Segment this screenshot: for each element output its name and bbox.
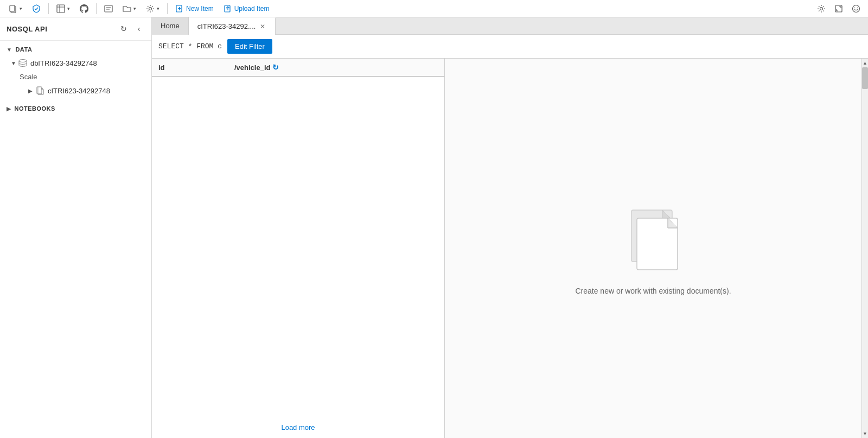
db-icon — [18, 59, 27, 67]
toolbar: ▾ ▾ ▾ — [0, 0, 868, 17]
db-label: dbITRI623-34292748 — [30, 59, 97, 67]
new-item-label: New Item — [186, 5, 214, 12]
data-section: ▼ DATA ▼ dbITRI623-34292748 Scale — [0, 41, 151, 100]
separator-3 — [167, 3, 168, 14]
smiley-icon-btn[interactable] — [848, 1, 864, 16]
github-btn[interactable] — [75, 1, 93, 16]
svg-rect-5 — [105, 5, 112, 12]
container-tab[interactable]: cITRI623-34292.... ✕ — [189, 17, 276, 35]
svg-rect-1 — [10, 5, 15, 11]
table-btn[interactable]: ▾ — [52, 1, 74, 16]
edit-filter-button[interactable]: Edit Filter — [227, 39, 272, 54]
svg-point-8 — [149, 7, 152, 10]
collapse-sidebar-btn[interactable]: ‹ — [133, 23, 145, 35]
svg-point-19 — [19, 60, 27, 62]
tabs-bar: Home cITRI623-34292.... ✕ — [152, 17, 868, 35]
sidebar: NOSQL API ↻ ‹ ▼ DATA ▼ — [0, 17, 152, 438]
sidebar-header-icons: ↻ ‹ — [118, 23, 145, 35]
svg-point-14 — [820, 7, 823, 10]
data-section-header[interactable]: ▼ DATA — [0, 43, 151, 56]
shield-btn[interactable] — [28, 1, 45, 16]
home-tab-label: Home — [161, 22, 180, 30]
scrollbar-down[interactable]: ▼ — [862, 429, 868, 438]
svg-rect-2 — [57, 5, 65, 12]
id-column-header: id — [158, 63, 234, 72]
query-text: SELECT * FROM c — [158, 42, 222, 50]
notebooks-section: ▶ NOTEBOOKS — [0, 100, 151, 117]
upload-item-button[interactable]: Upload Item — [219, 1, 274, 16]
query-area: SELECT * FROM c Edit Filter — [152, 35, 868, 59]
home-tab[interactable]: Home — [152, 17, 189, 35]
new-item-button[interactable]: New Item — [171, 1, 218, 16]
scrollbar-thumb[interactable] — [862, 67, 868, 89]
expand-icon-btn[interactable] — [831, 1, 846, 16]
folder-chevron: ▾ — [133, 6, 136, 11]
copy-btn[interactable]: ▾ — [4, 1, 27, 16]
copy-chevron: ▾ — [20, 6, 22, 11]
notebooks-section-label: NOTEBOOKS — [15, 105, 55, 112]
scrollbar-up[interactable]: ▲ — [862, 59, 868, 67]
query-btn[interactable] — [100, 1, 117, 16]
toolbar-right — [814, 1, 864, 16]
db-item[interactable]: ▼ dbITRI623-34292748 — [0, 56, 151, 70]
data-section-chevron: ▼ — [7, 47, 12, 53]
svg-rect-12 — [225, 5, 230, 12]
scrollbar-track[interactable] — [862, 67, 868, 429]
vehicle-id-column-header: /vehicle_id ↻ — [234, 63, 438, 72]
svg-rect-20 — [37, 87, 42, 94]
container-tab-label: cITRI623-34292.... — [197, 22, 256, 30]
document-panel: Create new or work with existing documen… — [445, 59, 861, 438]
scale-label: Scale — [20, 73, 37, 81]
upload-item-label: Upload Item — [234, 5, 270, 12]
refresh-sidebar-btn[interactable]: ↻ — [118, 23, 130, 35]
results-area: id /vehicle_id ↻ Load more — [152, 59, 868, 438]
main-layout: NOSQL API ↻ ‹ ▼ DATA ▼ — [0, 17, 868, 438]
svg-point-16 — [853, 5, 860, 12]
table-header: id /vehicle_id ↻ — [152, 59, 444, 77]
sidebar-title: NOSQL API — [7, 25, 47, 33]
folder-btn[interactable]: ▾ — [118, 1, 141, 16]
content-area: Home cITRI623-34292.... ✕ SELECT * FROM … — [152, 17, 868, 438]
data-section-label: DATA — [15, 46, 32, 53]
table-chevron: ▾ — [67, 6, 70, 11]
gear-chevron: ▾ — [157, 6, 159, 11]
separator-2 — [96, 3, 97, 14]
settings-icon-btn[interactable] — [814, 1, 829, 16]
container-label: cITRI623-34292748 — [48, 87, 110, 95]
empty-state-message: Create new or work with existing documen… — [575, 287, 731, 295]
container-item[interactable]: ▶ cITRI623-34292748 — [0, 84, 151, 98]
notebooks-chevron: ▶ — [7, 106, 11, 112]
table-body — [152, 77, 444, 417]
db-chevron: ▼ — [11, 60, 16, 66]
vertical-scrollbar[interactable]: ▲ ▼ — [861, 59, 868, 438]
sidebar-header: NOSQL API ↻ ‹ — [0, 17, 151, 41]
scale-item[interactable]: Scale — [0, 70, 151, 84]
separator-1 — [48, 3, 49, 14]
empty-state: Create new or work with existing documen… — [575, 202, 731, 295]
svg-point-18 — [857, 7, 858, 8]
table-panel: id /vehicle_id ↻ Load more — [152, 59, 445, 438]
notebooks-section-header[interactable]: ▶ NOTEBOOKS — [0, 102, 151, 115]
container-chevron: ▶ — [28, 88, 33, 94]
empty-state-icon — [621, 202, 686, 278]
container-tab-close[interactable]: ✕ — [259, 23, 266, 30]
container-icon — [36, 86, 44, 95]
gear-btn[interactable]: ▾ — [142, 1, 164, 16]
load-more-btn[interactable]: Load more — [152, 417, 444, 438]
column-refresh-icon[interactable]: ↻ — [272, 63, 279, 72]
svg-point-17 — [854, 7, 856, 8]
